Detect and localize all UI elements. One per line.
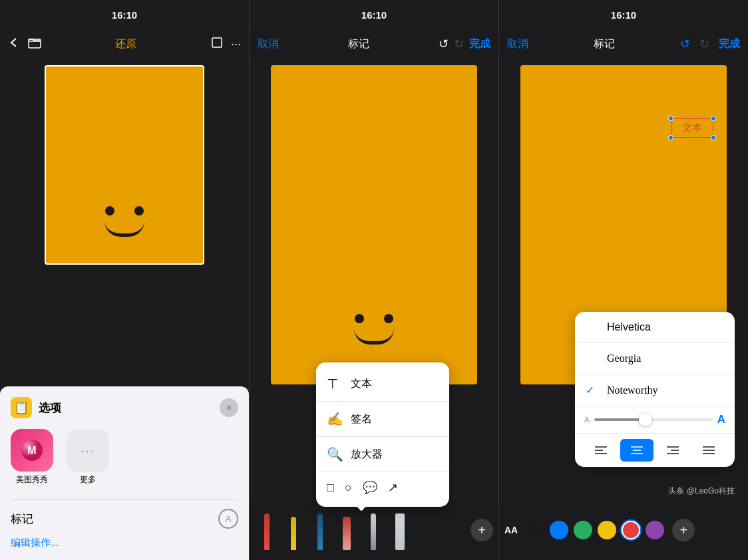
markup-tools-right: +: [470, 519, 493, 541]
options-markup-row: 标记 A: [11, 509, 238, 529]
color-red[interactable]: [622, 521, 640, 539]
text-align-row: [575, 433, 735, 467]
aa-button[interactable]: AA: [504, 525, 518, 535]
font-item-helvetica[interactable]: Helvetica: [575, 312, 735, 343]
magnifier-icon: 🔍: [327, 446, 343, 462]
options-app-icon: 📋: [11, 397, 32, 418]
square-shape-icon[interactable]: □: [327, 481, 334, 495]
smiley-left: [104, 206, 144, 237]
handle-br[interactable]: [711, 135, 716, 140]
align-left-button[interactable]: [584, 439, 618, 462]
pen-tool-pink[interactable]: [335, 510, 359, 550]
eye-left: [105, 206, 114, 215]
cancel-button-middle[interactable]: 取消: [258, 37, 279, 51]
app-item-meitu[interactable]: M 美图秀秀: [11, 429, 53, 486]
markup-bottom-bar-middle: +: [250, 500, 498, 560]
font-item-noteworthy[interactable]: ✓ Noteworthy: [575, 374, 735, 406]
done-button-right[interactable]: 完成: [719, 37, 740, 51]
align-center-button[interactable]: [620, 439, 654, 462]
options-title: 选项: [39, 400, 61, 416]
panel-right: 16:10 取消 标记 ↺ ↻ 完成 文本: [499, 0, 748, 560]
color-green[interactable]: [574, 521, 592, 539]
svg-text:M: M: [27, 445, 36, 456]
more-button[interactable]: ···: [231, 37, 241, 51]
color-blue[interactable]: [550, 521, 568, 539]
options-header: 📋 选项 ×: [11, 397, 238, 418]
more-apps-icon: ···: [67, 429, 109, 472]
panel-left: 16:10 还原 ···: [0, 0, 250, 560]
undo-button-right[interactable]: ↺: [680, 37, 690, 51]
yellow-card-left: [45, 65, 204, 265]
font-size-slider[interactable]: [594, 418, 711, 421]
shape-tools: □ ○ 💬 ↗: [316, 474, 449, 501]
font-name-helvetica: Helvetica: [607, 321, 651, 333]
toolbar-right: 取消 标记 ↺ ↻ 完成: [499, 29, 748, 59]
yellow-card-middle: [271, 65, 477, 384]
add-tool-button[interactable]: +: [470, 519, 493, 541]
svg-rect-1: [212, 38, 222, 47]
signature-icon: ✍: [327, 411, 343, 427]
menu-divider-1: [316, 401, 449, 402]
options-close-button[interactable]: ×: [220, 398, 238, 417]
arrow-icon[interactable]: ↗: [388, 480, 398, 495]
ruler-tool[interactable]: [388, 510, 412, 550]
smiley-middle: [354, 314, 394, 345]
panel-middle: 16:10 取消 标记 ↺ ↻ 完成 ⊤: [250, 0, 499, 560]
toolbar-middle: 取消 标记 ↺ ↻ 完成: [250, 29, 498, 59]
handle-tl[interactable]: [668, 116, 673, 121]
status-bar-left: 16:10: [0, 0, 249, 29]
undo-button-middle[interactable]: ↺: [439, 37, 449, 51]
add-color-button[interactable]: +: [672, 519, 695, 541]
popup-arrow: [356, 507, 367, 512]
cancel-button-right[interactable]: 取消: [507, 37, 528, 51]
text-tool-icon: ⊤: [327, 376, 343, 392]
text-box-content: 文本: [682, 122, 702, 133]
menu-item-signature[interactable]: ✍ 签名: [316, 403, 449, 435]
app-item-more[interactable]: ··· 更多: [67, 429, 109, 486]
font-check-noteworthy: ✓: [586, 384, 599, 396]
align-justify-button[interactable]: [692, 439, 725, 462]
pen-tool-red[interactable]: [255, 510, 279, 550]
pen-tool-yellow[interactable]: [281, 510, 305, 550]
markup-button[interactable]: A: [218, 509, 238, 529]
font-size-large-label: A: [717, 413, 725, 426]
restore-button[interactable]: 还原: [49, 37, 203, 51]
options-apps: M 美图秀秀 ··· 更多: [11, 429, 238, 486]
done-button-middle[interactable]: 完成: [469, 37, 490, 51]
font-item-georgia[interactable]: Georgia: [575, 343, 735, 374]
text-box-overlay[interactable]: 文本: [671, 118, 713, 138]
folder-icon[interactable]: [28, 37, 41, 52]
pen-tool-blue[interactable]: [308, 510, 332, 550]
font-slider-thumb[interactable]: [639, 413, 652, 426]
menu-item-magnifier[interactable]: 🔍 放大器: [316, 438, 449, 470]
handle-bl[interactable]: [668, 135, 673, 140]
markup-label: 标记: [11, 511, 33, 527]
color-purple[interactable]: [646, 521, 664, 539]
font-check-helvetica: [586, 321, 599, 333]
watermark: 头条 @LeoGo科技: [668, 486, 735, 497]
redo-button-right[interactable]: ↻: [699, 37, 709, 51]
color-yellow[interactable]: [598, 521, 616, 539]
menu-item-text[interactable]: ⊤ 文本: [316, 368, 449, 400]
time-left: 16:10: [112, 9, 137, 21]
options-divider: [11, 499, 238, 499]
font-name-noteworthy: Noteworthy: [607, 384, 657, 396]
speech-bubble-icon[interactable]: 💬: [363, 480, 377, 495]
color-black[interactable]: [526, 521, 544, 539]
crop-icon[interactable]: [211, 37, 223, 52]
menu-divider-3: [316, 472, 449, 472]
edit-actions-link[interactable]: 编辑操作...: [11, 537, 238, 549]
handle-tr[interactable]: [711, 116, 716, 121]
app-label-meitu: 美图秀秀: [16, 474, 48, 486]
align-right-button[interactable]: [656, 439, 689, 462]
pen-tool-pencil[interactable]: [361, 510, 385, 550]
toolbar-title-right: 标记: [534, 37, 675, 51]
eyes-middle: [355, 314, 393, 323]
redo-button-middle[interactable]: ↻: [454, 37, 464, 51]
circle-shape-icon[interactable]: ○: [345, 481, 352, 495]
mouth-middle: [354, 329, 394, 345]
eye-right-middle: [384, 314, 393, 323]
font-name-georgia: Georgia: [607, 352, 641, 364]
back-icon[interactable]: [8, 37, 20, 52]
font-check-georgia: [586, 352, 599, 364]
